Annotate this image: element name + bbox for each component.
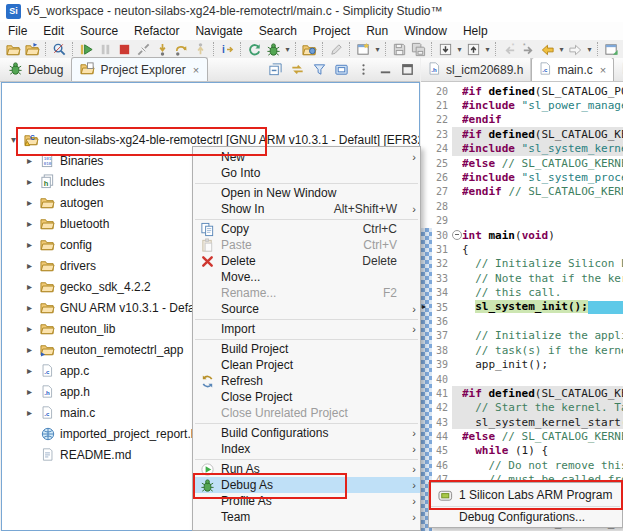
chevron-right-icon[interactable]: ▸ (24, 281, 35, 292)
download-icon[interactable] (436, 40, 455, 58)
context-menu-item-new[interactable]: New› (193, 149, 420, 165)
toolbar-separator (597, 42, 599, 56)
menu-run[interactable]: Run (358, 23, 396, 39)
context-menu-item-index[interactable]: Index› (193, 441, 420, 457)
debug-icon[interactable] (264, 40, 283, 58)
menu-file[interactable]: File (0, 23, 35, 39)
upload-icon[interactable] (464, 40, 483, 58)
chevron-right-icon[interactable]: ▸ (24, 323, 35, 334)
toolbar-separator (385, 42, 387, 56)
dropdown-caret-icon[interactable]: ▾ (283, 40, 292, 58)
step-return-icon[interactable] (191, 40, 210, 58)
view-tab-debug[interactable]: Debug (0, 58, 71, 81)
chevron-right-icon[interactable]: ▸ (24, 218, 35, 229)
instruction-step-icon[interactable]: i (218, 40, 237, 58)
context-menu-item-build-configurations[interactable]: Build Configurations› (193, 425, 420, 441)
line-number: 30 (433, 230, 452, 241)
chevron-right-icon[interactable]: ▸ (24, 239, 35, 250)
editor-tab-partial[interactable] (614, 58, 623, 81)
step-into-icon[interactable] (153, 40, 172, 58)
context-menu-item-build-project[interactable]: Build Project (193, 341, 420, 357)
line-number: 40 (433, 374, 452, 385)
dropdown-caret-icon[interactable]: ▾ (483, 40, 492, 58)
menu-window[interactable]: Window (396, 23, 455, 39)
save-icon[interactable] (390, 40, 409, 58)
save-all-icon[interactable] (409, 40, 428, 58)
collapse-all-icon[interactable] (266, 61, 284, 79)
code-lines: 20#if defined(SL_CATALOG_POWER_MANAGER_P… (433, 84, 623, 530)
new-window-icon[interactable] (354, 40, 373, 58)
focus-icon[interactable] (332, 61, 350, 79)
submenu-item-debug-configurations[interactable]: Debug Configurations... (429, 508, 622, 526)
dropdown-caret-icon[interactable]: ▾ (373, 40, 382, 58)
import-folder-icon[interactable] (23, 40, 42, 58)
context-menu-item-import[interactable]: Import› (193, 321, 420, 337)
menu-help[interactable]: Help (455, 23, 496, 39)
line-number: 33 (433, 273, 452, 284)
context-menu-item-copy[interactable]: CopyCtrl+C (193, 221, 420, 237)
open-folder-icon[interactable] (4, 40, 23, 58)
context-menu-item-profile-as[interactable]: Profile As› (193, 493, 420, 509)
submenu-arrow-icon: › (407, 303, 416, 315)
chevron-right-icon[interactable]: ▸ (24, 302, 35, 313)
disconnect-icon[interactable] (134, 40, 153, 58)
submenu-item-1-silicon-labs-arm-program[interactable]: 1 Silicon Labs ARM Program (429, 486, 622, 504)
terminate-icon[interactable] (115, 40, 134, 58)
context-menu-item-run-as[interactable]: Run As› (193, 461, 420, 477)
forward-icon[interactable] (566, 40, 585, 58)
pencil-icon[interactable] (327, 40, 346, 58)
context-menu-item-show-in[interactable]: Show InAlt+Shift+W› (193, 201, 420, 217)
chevron-right-icon[interactable]: ▸ (24, 260, 35, 271)
view-tab-project-explorer[interactable]: Project Explorer× (71, 57, 208, 81)
context-menu-item-team[interactable]: Team› (193, 509, 420, 525)
menu-source[interactable]: Source (72, 23, 126, 39)
welcome-icon[interactable] (602, 40, 621, 58)
chevron-right-icon[interactable]: ▸ (24, 344, 35, 355)
maximize-icon[interactable] (398, 61, 416, 79)
view-menu-icon[interactable] (354, 61, 372, 79)
dropdown-caret-icon[interactable]: ▾ (557, 40, 566, 58)
context-menu-item-move[interactable]: Move... (193, 269, 420, 285)
context-menu-item-refresh[interactable]: Refresh (193, 373, 420, 389)
chevron-right-icon[interactable]: ▸ (24, 365, 35, 376)
search-off-icon[interactable] (50, 40, 69, 58)
chevron-right-icon[interactable]: ▸ (24, 155, 35, 166)
resume-icon[interactable] (77, 40, 96, 58)
view-toolbar (266, 58, 420, 81)
context-menu-item-close-project[interactable]: Close Project (193, 389, 420, 405)
menu-refactor[interactable]: Refactor (126, 23, 187, 39)
context-menu-item-open-in-new-window[interactable]: Open in New Window (193, 185, 420, 201)
back-icon[interactable] (538, 40, 557, 58)
forward-disabled-icon[interactable]: * (519, 40, 538, 58)
context-menu-item-clean-project[interactable]: Clean Project (193, 357, 420, 373)
suspend-icon[interactable] (96, 40, 115, 58)
code-editor[interactable]: ▸ 20#if defined(SL_CATALOG_POWER_MANAGER… (421, 82, 623, 531)
context-menu-item-source[interactable]: Source› (193, 301, 420, 317)
menu-project[interactable]: Project (305, 23, 358, 39)
filter-icon[interactable] (310, 61, 328, 79)
editor-tab-sl-icm20689-h[interactable]: .hsl_icm20689.h (421, 58, 531, 81)
chevron-right-icon[interactable]: ▸ (24, 176, 35, 187)
chevron-right-icon[interactable]: ▸ (24, 386, 35, 397)
context-menu-item-delete[interactable]: DeleteDelete (193, 253, 420, 269)
context-menu-item-debug-as[interactable]: Debug As› (193, 477, 420, 493)
chevron-right-icon[interactable]: ▸ (24, 197, 35, 208)
dropdown-caret-icon[interactable]: ▾ (585, 40, 594, 58)
menu-navigate[interactable]: Navigate (187, 23, 250, 39)
editor-tab-main-c[interactable]: .cmain.c× (531, 58, 614, 81)
close-icon[interactable]: × (600, 64, 606, 76)
context-menu-item-go-into[interactable]: Go Into (193, 165, 420, 181)
step-over-icon[interactable] (172, 40, 191, 58)
menu-search[interactable]: Search (251, 23, 305, 39)
fold-minus-icon[interactable] (452, 230, 462, 240)
dropdown-caret-icon[interactable]: ▾ (455, 40, 464, 58)
perspective-icon[interactable] (300, 40, 319, 58)
menu-edit[interactable]: Edit (35, 23, 72, 39)
back-disabled-icon[interactable]: * (500, 40, 519, 58)
close-icon[interactable]: × (193, 64, 199, 76)
minimize-icon[interactable] (376, 61, 394, 79)
link-editor-icon[interactable] (288, 61, 306, 79)
chevron-right-icon[interactable]: ▸ (24, 407, 35, 418)
launch-icon[interactable] (245, 40, 264, 58)
chevron-down-icon[interactable]: ▾ (8, 134, 19, 145)
